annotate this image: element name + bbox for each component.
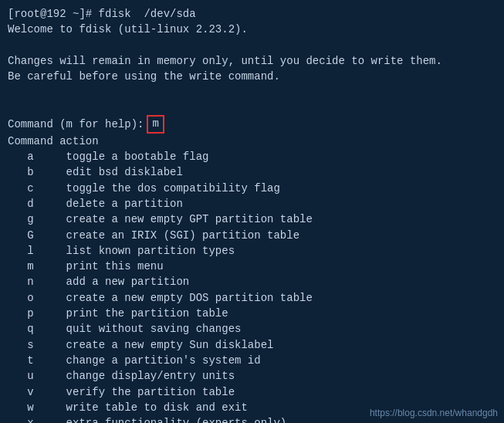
blank-line-3 bbox=[8, 100, 496, 115]
blank-line-2 bbox=[8, 84, 496, 100]
welcome-line: Welcome to fdisk (util-linux 2.23.2). bbox=[8, 22, 496, 37]
command-input-box: m bbox=[147, 115, 164, 134]
watermark: https://blog.csdn.net/whandgdh bbox=[370, 408, 498, 418]
warning-line-2: Be careful before using the write comman… bbox=[8, 69, 496, 84]
command-action-line: Command action bbox=[8, 134, 496, 149]
action-item-s: s create a new empty Sun disklabel bbox=[8, 337, 496, 353]
action-item-m: m print this menu bbox=[8, 259, 496, 274]
prompt-line: [root@192 ~]# fdisk /dev/sda bbox=[8, 6, 496, 22]
action-item-G: G create an IRIX (SGI) partition table bbox=[8, 228, 496, 243]
action-item-c: c toggle the dos compatibility flag bbox=[8, 181, 496, 196]
action-item-u: u change display/entry units bbox=[8, 368, 496, 384]
action-item-n: n add a new partition bbox=[8, 274, 496, 289]
action-item-o: o create a new empty DOS partition table bbox=[8, 290, 496, 306]
command-prompt-label: Command (m for help): bbox=[8, 117, 144, 132]
action-item-p: p print the partition table bbox=[8, 306, 496, 321]
action-item-t: t change a partition's system id bbox=[8, 353, 496, 368]
action-item-v: v verify the partition table bbox=[8, 384, 496, 400]
terminal-window: [root@192 ~]# fdisk /dev/sda Welcome to … bbox=[0, 0, 504, 423]
action-item-g: g create a new empty GPT partition table bbox=[8, 212, 496, 227]
action-item-d: d delete a partition bbox=[8, 196, 496, 212]
action-item-a: a toggle a bootable flag bbox=[8, 149, 496, 164]
action-item-l: l list known partition types bbox=[8, 243, 496, 259]
action-item-q: q quit without saving changes bbox=[8, 321, 496, 337]
blank-line-1 bbox=[8, 38, 496, 53]
command-prompt-line: Command (m for help): m bbox=[8, 115, 496, 134]
action-item-b: b edit bsd disklabel bbox=[8, 164, 496, 180]
warning-line-1: Changes will remain in memory only, unti… bbox=[8, 53, 496, 69]
actions-list: a toggle a bootable flag b edit bsd disk… bbox=[8, 149, 496, 423]
